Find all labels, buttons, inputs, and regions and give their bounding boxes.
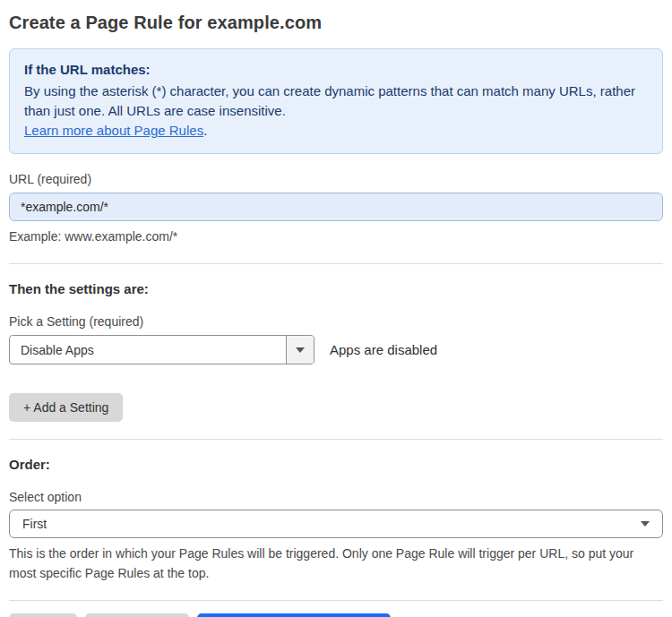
order-helper-text: This is the order in which your Page Rul…: [9, 544, 658, 583]
cancel-button[interactable]: Cancel: [9, 613, 77, 617]
url-example-helper: Example: www.example.com/*: [9, 227, 663, 246]
setting-picker-row: Disable Apps Apps are disabled: [9, 335, 663, 364]
footer-actions: Cancel Save as Draft Save and Deploy Pag…: [9, 613, 663, 617]
info-box-body: By using the asterisk (*) character, you…: [24, 81, 648, 121]
order-select-value: First: [22, 517, 47, 531]
divider: [9, 263, 663, 264]
info-box-heading: If the URL matches:: [24, 60, 648, 80]
order-select[interactable]: First: [9, 510, 663, 538]
link-suffix: .: [203, 123, 207, 138]
url-field-label: URL (required): [9, 172, 663, 186]
setting-status-text: Apps are disabled: [330, 342, 437, 357]
setting-select-arrow-button[interactable]: [286, 336, 314, 364]
chevron-down-icon: [296, 347, 305, 353]
save-as-draft-button[interactable]: Save as Draft: [85, 613, 190, 617]
learn-more-link[interactable]: Learn more about Page Rules: [24, 123, 203, 138]
divider: [9, 600, 663, 601]
order-section-heading: Order:: [9, 457, 663, 472]
setting-select-value: Disable Apps: [10, 336, 286, 364]
page-title: Create a Page Rule for example.com: [9, 13, 663, 33]
chevron-down-icon: [641, 521, 650, 527]
settings-section-heading: Then the settings are:: [9, 281, 663, 296]
url-input[interactable]: [9, 193, 663, 221]
add-setting-button[interactable]: + Add a Setting: [9, 393, 123, 422]
setting-picker-label: Pick a Setting (required): [9, 314, 663, 329]
divider: [9, 439, 663, 440]
setting-select[interactable]: Disable Apps: [9, 335, 314, 364]
url-match-info-box: If the URL matches: By using the asteris…: [9, 48, 663, 154]
info-box-link-line: Learn more about Page Rules.: [24, 121, 648, 141]
order-select-label: Select option: [9, 490, 663, 504]
save-and-deploy-button[interactable]: Save and Deploy Page Rule: [197, 613, 391, 617]
